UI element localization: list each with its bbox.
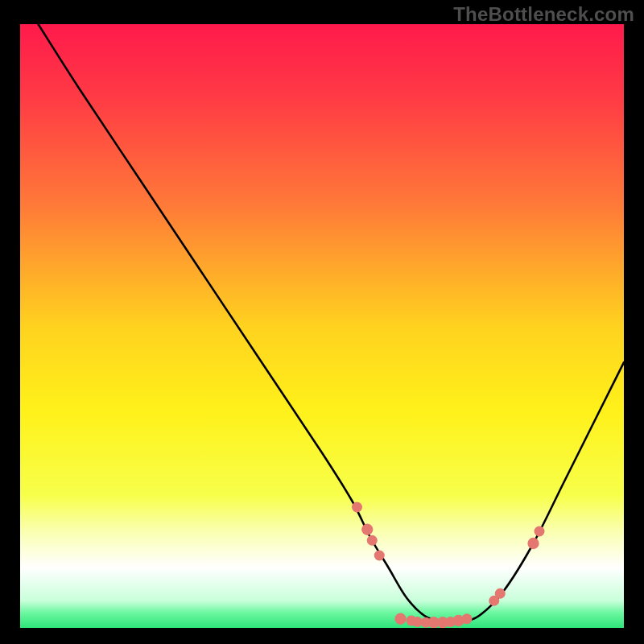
data-point <box>495 588 506 599</box>
data-point <box>352 502 362 513</box>
gradient-background <box>20 24 624 628</box>
chart-frame: TheBottleneck.com <box>0 0 644 644</box>
data-point <box>527 538 539 549</box>
plot-area <box>20 24 624 628</box>
data-point <box>394 613 406 625</box>
data-point <box>535 526 545 537</box>
data-point <box>462 613 473 624</box>
data-point <box>367 535 378 546</box>
watermark-text: TheBottleneck.com <box>453 3 634 26</box>
chart-svg <box>20 24 624 628</box>
data-point <box>361 524 373 535</box>
data-point <box>374 551 385 561</box>
